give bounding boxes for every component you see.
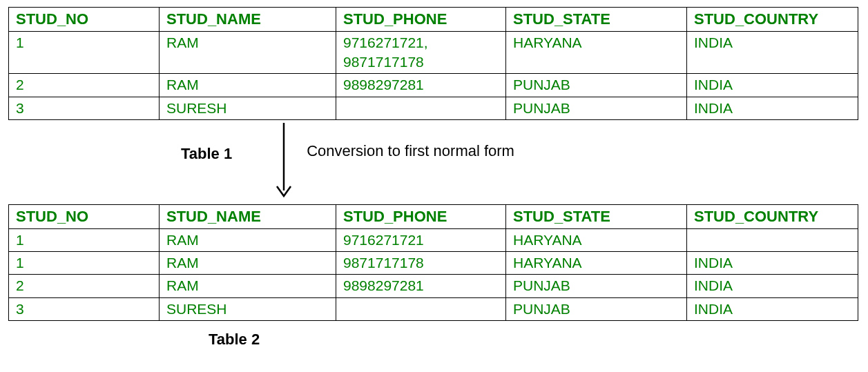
arrow-down-icon — [273, 123, 294, 199]
cell-stud-phone: 9898297281 — [336, 275, 506, 297]
col-header-stud-no: STUD_NO — [9, 205, 160, 229]
cell-stud-name: RAM — [160, 228, 336, 251]
table-row: 2 RAM 9898297281 PUNJAB INDIA — [9, 74, 858, 97]
col-header-stud-state: STUD_STATE — [506, 8, 687, 32]
table-header-row: STUD_NO STUD_NAME STUD_PHONE STUD_STATE … — [9, 8, 858, 32]
table-1: STUD_NO STUD_NAME STUD_PHONE STUD_STATE … — [8, 7, 858, 120]
table-2: STUD_NO STUD_NAME STUD_PHONE STUD_STATE … — [8, 204, 858, 321]
cell-stud-country: INDIA — [687, 275, 858, 297]
cell-stud-country: INDIA — [687, 297, 858, 320]
cell-stud-no: 1 — [9, 31, 160, 74]
col-header-stud-phone: STUD_PHONE — [336, 8, 506, 32]
table-2-label: Table 2 — [209, 331, 860, 349]
table-row: 1 RAM 9716271721 HARYANA — [9, 228, 858, 251]
col-header-stud-phone: STUD_PHONE — [336, 205, 506, 229]
cell-stud-phone — [336, 97, 506, 119]
cell-stud-no: 3 — [9, 297, 160, 320]
cell-stud-country: INDIA — [687, 31, 858, 74]
cell-stud-state: PUNJAB — [506, 297, 687, 320]
cell-stud-name: SURESH — [160, 97, 336, 119]
cell-stud-phone: 9716271721 — [336, 228, 506, 251]
table-row: 1 RAM 9716271721, 9871717178 HARYANA IND… — [9, 31, 858, 74]
cell-stud-no: 2 — [9, 275, 160, 297]
cell-stud-state: HARYANA — [506, 31, 687, 74]
col-header-stud-country: STUD_COUNTRY — [687, 8, 858, 32]
cell-stud-name: RAM — [160, 275, 336, 297]
cell-stud-phone: 9871717178 — [336, 252, 506, 275]
table-1-label: Table 1 — [181, 145, 232, 163]
cell-stud-state: HARYANA — [506, 252, 687, 275]
cell-stud-no: 3 — [9, 97, 160, 119]
cell-stud-name: RAM — [160, 74, 336, 97]
cell-stud-country: INDIA — [687, 252, 858, 275]
cell-stud-country: INDIA — [687, 74, 858, 97]
cell-stud-name: RAM — [160, 31, 336, 74]
col-header-stud-state: STUD_STATE — [506, 205, 687, 229]
table-header-row: STUD_NO STUD_NAME STUD_PHONE STUD_STATE … — [9, 205, 858, 229]
cell-stud-state: PUNJAB — [506, 97, 687, 119]
table-row: 1 RAM 9871717178 HARYANA INDIA — [9, 252, 858, 275]
col-header-stud-name: STUD_NAME — [160, 205, 336, 229]
cell-stud-no: 1 — [9, 252, 160, 275]
col-header-stud-name: STUD_NAME — [160, 8, 336, 32]
conversion-row: Table 1 Conversion to first normal form — [8, 123, 860, 199]
cell-stud-country: INDIA — [687, 97, 858, 119]
cell-stud-name: SURESH — [160, 297, 336, 320]
cell-stud-name: RAM — [160, 252, 336, 275]
cell-stud-state: PUNJAB — [506, 74, 687, 97]
cell-stud-state: PUNJAB — [506, 275, 687, 297]
cell-stud-phone: 9898297281 — [336, 74, 506, 97]
cell-stud-no: 2 — [9, 74, 160, 97]
table-row: 3 SURESH PUNJAB INDIA — [9, 97, 858, 119]
cell-stud-no: 1 — [9, 228, 160, 251]
table-row: 3 SURESH PUNJAB INDIA — [9, 297, 858, 320]
table-row: 2 RAM 9898297281 PUNJAB INDIA — [9, 275, 858, 297]
cell-stud-phone: 9716271721, 9871717178 — [336, 31, 506, 74]
conversion-label: Conversion to first normal form — [307, 142, 514, 160]
cell-stud-country — [687, 228, 858, 251]
col-header-stud-no: STUD_NO — [9, 8, 160, 32]
col-header-stud-country: STUD_COUNTRY — [687, 205, 858, 229]
cell-stud-phone — [336, 297, 506, 320]
cell-stud-state: HARYANA — [506, 228, 687, 251]
